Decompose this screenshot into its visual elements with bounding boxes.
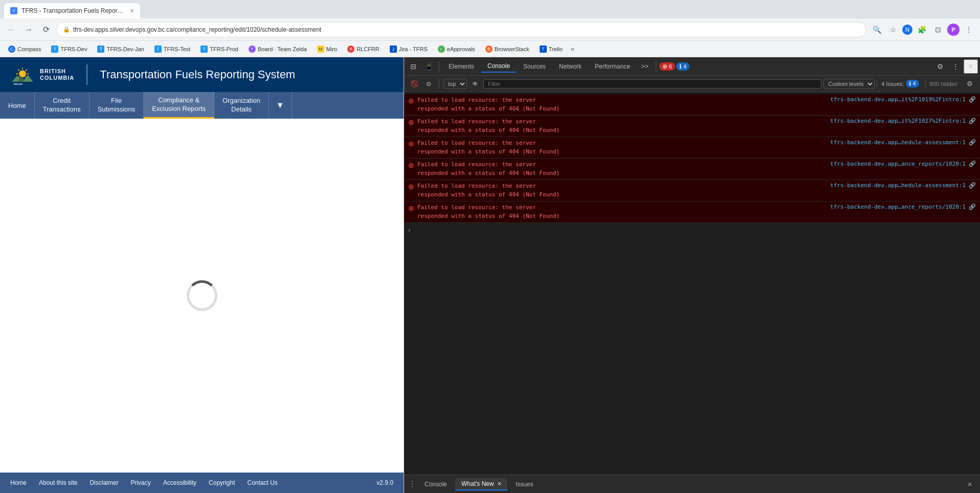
bookmark-browserstack[interactable]: B BrowserStack [481,44,533,54]
miro-icon: M [317,46,324,53]
devtools-settings-button[interactable]: ⚙ [933,59,947,74]
dt-tab-elements[interactable]: Elements [442,61,480,72]
nav-dropdown-button[interactable]: ▼ [269,92,292,119]
nav-file-submissions[interactable]: FileSubmissions [90,92,144,119]
link-icon-2[interactable]: 🔗 [969,118,976,124]
error-count-number: 6 [669,63,672,70]
bookmark-trello[interactable]: T Trello [536,44,567,54]
nav-credit-transactions[interactable]: CreditTransactions [35,92,90,119]
dt-warn-count[interactable]: ℹ 4 [676,62,689,71]
extension1-button[interactable]: N [902,25,912,35]
console-link-3[interactable]: tfrs-backend-dev.app…hedule-assessment:1 [830,139,966,146]
devtools-close-button[interactable]: × [964,59,978,74]
bookmark-compass[interactable]: C Compass [4,44,45,54]
console-msg-4: Failed to load resource: the serverrespo… [417,161,827,177]
bookmark-star-button[interactable]: ☆ [886,23,900,37]
context-select[interactable]: top [443,79,467,89]
bookmark-tfrs-test[interactable]: T TFRS-Test [150,44,195,54]
nav-organization-details[interactable]: OrganizationDetails [214,92,269,119]
bookmarks-more-button[interactable]: » [569,45,576,53]
app-version: v2.9.0 [376,479,393,486]
footer-copyright-link[interactable]: Copyright [209,479,235,486]
profile-avatar[interactable]: P [947,24,960,36]
bookmark-jira-label: Jira - TFRS [399,46,428,52]
console-msg-6: Failed to load resource: the serverrespo… [417,204,827,220]
browser-tab[interactable]: T TFRS - Transportation Fuels Reporting … [4,3,140,18]
bookmark-miro[interactable]: M Miro [313,44,341,54]
console-settings-button[interactable]: ⚙ [964,78,976,90]
footer-contact-link[interactable]: Contact Us [247,479,277,486]
app-panel: BRITISH COLUMBIA BRITISH COLUMBIA Transp… [0,57,404,493]
dt-bottom-tab-whatsnew[interactable]: What's New × [455,478,507,490]
console-filter-button[interactable]: ⊘ [422,78,435,90]
tab-title: TFRS - Transportation Fuels Reporting Sy… [21,7,124,14]
link-icon-1[interactable]: 🔗 [969,96,976,103]
dt-tab-network[interactable]: Network [553,61,588,72]
menu-button[interactable]: ⋮ [962,23,976,37]
devtools-bottom-close[interactable]: × [964,478,976,490]
reload-button[interactable]: ⟳ [39,23,53,37]
app-content [0,119,404,473]
console-link-2[interactable]: tfrs-backend-dev.app…it%2F1027%2Fintro:1 [830,118,966,124]
devtools-more-button[interactable]: ⋮ [948,59,963,74]
tab-close-icon[interactable]: × [130,7,134,15]
bookmark-tfrs-dev[interactable]: T TFRS-Dev [47,44,91,54]
log-levels-select[interactable]: Custom levels [823,79,875,89]
dt-tab-console[interactable]: Console [481,60,516,73]
bookmark-tfrs-prod[interactable]: T TFRS-Prod [196,44,242,54]
link-icon-4[interactable]: 🔗 [969,161,976,167]
console-link-5[interactable]: tfrs-backend-dev.app…hedule-assessment:1 [830,182,966,189]
dt-bottom-tab-console[interactable]: Console [418,479,453,490]
issues-label: 4 Issues: [881,81,904,87]
eye-button[interactable]: 👁 [469,78,481,90]
link-icon-5[interactable]: 🔗 [969,182,976,189]
devtools-device-button[interactable]: 📱 [421,59,436,74]
nav-compliance-reports-label: Compliance &Exclusion Reports [152,96,206,114]
divider [86,64,87,85]
nav-home[interactable]: Home [0,92,35,119]
bookmark-zelda[interactable]: * Board · Team Zelda [244,44,311,54]
console-link-6[interactable]: tfrs-backend-dev.app…ance_reports/1020:1 [830,204,966,210]
footer-home-link[interactable]: Home [10,479,27,486]
bookmark-eapprovals[interactable]: ✓ eApprovals [434,44,479,54]
bookmark-tfrs-jan[interactable]: T TFRS-Dev-Jan [93,44,148,54]
extension2-button[interactable]: 🧩 [915,23,929,37]
console-link-4[interactable]: tfrs-backend-dev.app…ance_reports/1020:1 [830,161,966,167]
footer-disclaimer-link[interactable]: Disclaimer [90,479,118,486]
bookmarks-bar: C Compass T TFRS-Dev T TFRS-Dev-Jan T TF… [0,41,980,57]
bookmark-rlcfrr[interactable]: R RLCFRR [343,44,384,54]
main-split: BRITISH COLUMBIA BRITISH COLUMBIA Transp… [0,57,980,493]
dt-bottom-tab-issues[interactable]: Issues [509,479,540,490]
nav-credit-transactions-label: CreditTransactions [43,97,81,114]
back-button[interactable]: ← [4,23,18,37]
dt-tab-performance[interactable]: Performance [589,61,636,72]
app-title: Transportation Fuels Reporting System [100,68,295,81]
issues-badge[interactable]: ℹ 4 [906,80,919,87]
console-prompt: › [404,223,980,237]
whatsnew-close-icon[interactable]: × [498,480,501,487]
link-icon-3[interactable]: 🔗 [969,139,976,146]
console-filter-input[interactable] [483,79,821,88]
console-link-1[interactable]: tfrs-backend-dev.app…it%2F1019%2Fintro:1 [830,96,966,103]
search-button[interactable]: 🔍 [870,23,884,37]
devtools-dock-button[interactable]: ⊟ [406,59,420,74]
footer-accessibility-link[interactable]: Accessibility [163,479,196,486]
nav-compliance-reports[interactable]: Compliance &Exclusion Reports [144,92,214,119]
devtools-console[interactable]: ⊗ Failed to load resource: the serverres… [404,92,980,475]
footer-about-link[interactable]: About this site [39,479,77,486]
dt-tab-sources[interactable]: Sources [517,61,552,72]
devtools-bottom-menu[interactable]: ⋮ [408,479,416,489]
bookmark-zelda-label: Board · Team Zelda [258,46,307,52]
bookmark-trello-label: Trello [549,46,563,52]
hidden-count: 800 hidden [925,81,962,87]
forward-button[interactable]: → [21,23,36,37]
bookmark-jira[interactable]: J Jira - TFRS [386,44,432,54]
secondbar-separator [439,79,439,89]
console-clear-button[interactable]: 🚫 [408,78,420,90]
link-icon-6[interactable]: 🔗 [969,204,976,210]
dt-error-count[interactable]: ⊗ 6 [659,62,675,71]
split-screen-button[interactable]: ⊡ [931,23,945,37]
footer-privacy-link[interactable]: Privacy [130,479,150,486]
dt-more-tabs-button[interactable]: >> [637,61,653,72]
address-bar[interactable]: 🔒 tfrs-dev.apps.silver.devops.gov.bc.ca/… [56,22,866,37]
